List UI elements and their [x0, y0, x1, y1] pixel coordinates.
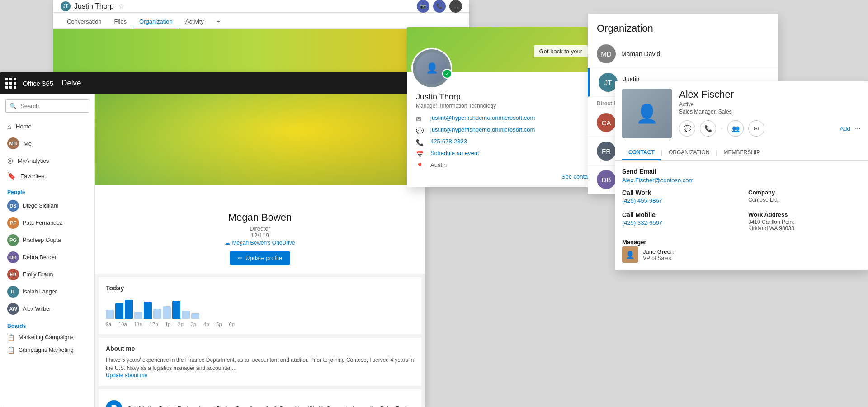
update-profile-button[interactable]: ✏ Update profile	[230, 251, 290, 265]
bar-1	[106, 310, 114, 319]
alex-tabs: CONTACT | ORGANIZATION | MEMBERSHIP	[615, 146, 868, 161]
justin-popup-avatar: 👤	[411, 48, 452, 89]
justin-more-icon[interactable]: ...	[449, 0, 462, 13]
sidebar-person-emily[interactable]: EB Emily Braun	[0, 266, 94, 283]
alex-chat-button[interactable]: 💬	[679, 120, 695, 137]
schedule-label[interactable]: Schedule an event	[430, 150, 479, 156]
alex-card: 👤 Alex Fischer Active Sales Manager, Sal…	[615, 81, 868, 270]
sidebar-home-label: Home	[16, 123, 32, 130]
sidebar-item-me[interactable]: MB Me	[0, 134, 94, 153]
avatar-alex: AW	[7, 303, 19, 315]
justin-star-icon[interactable]: ☆	[118, 3, 124, 10]
today-section: Today 9a 10a 11a 12p	[99, 277, 421, 334]
sidebar-search-box[interactable]: 🔍	[5, 99, 89, 113]
tab-organization[interactable]: Organization	[133, 15, 179, 28]
search-input[interactable]	[20, 103, 85, 109]
sidebar-analytics-label: MyAnalytics	[18, 157, 49, 164]
chat-icon: 💬	[416, 127, 425, 134]
sidebar-board-marketing[interactable]: 📋 Marketing Campaigns	[0, 331, 94, 344]
delve-title: Delve	[61, 79, 81, 88]
email-row-1: ✉ justint@hyperfishdemo.onmicrosoft.com	[416, 114, 615, 123]
alex-name: Alex Fischer	[679, 89, 861, 100]
add-button[interactable]: Add	[840, 125, 850, 132]
justin-video-icon[interactable]: 📷	[417, 0, 429, 13]
alex-body: Send Email Alex.Fischer@contoso.com Call…	[615, 161, 868, 270]
pencil-icon: ✏	[238, 255, 243, 261]
tab-organization[interactable]: ORGANIZATION	[662, 146, 716, 160]
avatar-pradeep: PG	[7, 234, 19, 246]
email-1[interactable]: justint@hyperfishdemo.onmicrosoft.com	[430, 114, 535, 121]
sidebar-item-favorites[interactable]: 🔖 Favorites	[0, 168, 94, 184]
email-2[interactable]: justint@hyperfishdemo.onmicrosoft.com	[430, 126, 535, 133]
sidebar-item-myanalytics[interactable]: ◎ MyAnalytics	[0, 153, 94, 168]
tab-conversation[interactable]: Conversation	[61, 15, 108, 28]
profile-title: Director 12/119	[104, 225, 416, 239]
bar-2	[115, 303, 123, 319]
alex-email[interactable]: Alex.Fischer@contoso.com	[622, 177, 861, 184]
doc-title: Chief Author Budget Review, Annual Revie…	[127, 405, 413, 407]
sidebar-person-isaiah[interactable]: IL Isaiah Langer	[0, 283, 94, 300]
about-section: About me I have 5 years' experience in t…	[99, 338, 421, 386]
sidebar-person-diego[interactable]: DS Diego Siciliani	[0, 197, 94, 214]
org-person-maman[interactable]: MD Maman David	[588, 40, 778, 68]
location-row: 📍 Austin	[416, 161, 615, 170]
justin-call-icon[interactable]: 📞	[433, 0, 446, 13]
justin-avatar-face: 👤	[416, 52, 448, 84]
call-mobile-section: Call Mobile (425) 332-6567	[622, 211, 735, 232]
justin-avatar: JT	[61, 1, 71, 11]
org-avatar-berger: DB	[597, 170, 616, 189]
alex-email-button[interactable]: ✉	[748, 120, 764, 137]
sidebar-me-label: Me	[24, 140, 32, 147]
tab-contact[interactable]: CONTACT	[622, 146, 661, 160]
manager-row[interactable]: 👤 Jane Green VP of Sales	[622, 246, 861, 263]
home-icon: ⌂	[7, 123, 11, 130]
alex-header: 👤 Alex Fischer Active Sales Manager, Sal…	[615, 81, 868, 146]
location-icon: 📍	[416, 162, 425, 170]
sidebar-person-alex[interactable]: AW Alex Wilber	[0, 300, 94, 317]
schedule-times: 9a 10a 11a 12p 1p 2p 3p 4p 5p 6p	[106, 322, 414, 327]
alex-role: Sales Manager, Sales	[679, 109, 861, 115]
address-line2: Kirkland WA 98033	[748, 225, 861, 232]
waffle-icon[interactable]	[5, 78, 16, 89]
doc-item[interactable]: 📄 Chief Author Budget Review, Annual Rev…	[106, 397, 414, 407]
alex-meet-button[interactable]: 👥	[727, 120, 744, 137]
email-icon-1: ✉	[416, 115, 425, 123]
alex-face: 👤	[622, 89, 672, 138]
phone-num[interactable]: 425-678-2323	[430, 138, 467, 145]
tab-files[interactable]: Files	[108, 15, 133, 28]
verified-badge: ✓	[442, 69, 452, 79]
more-button[interactable]: ···	[855, 124, 861, 133]
org-name-maman: Maman David	[621, 50, 660, 57]
call-mobile-num[interactable]: (425) 332-6567	[622, 219, 735, 226]
avatar-patti: PF	[7, 217, 19, 229]
sidebar-person-pradeep[interactable]: PG Pradeep Gupta	[0, 232, 94, 249]
org-avatar-frank: FR	[597, 142, 616, 161]
alex-call-button[interactable]: 📞	[700, 120, 716, 137]
manager-face: 👤	[622, 246, 638, 263]
alex-contacts-row: Call Work (425) 455-9867 Company Contoso…	[622, 189, 861, 204]
justin-tabs: Conversation Files Organization Activity…	[53, 13, 469, 29]
update-about-link[interactable]: Update about me	[106, 372, 414, 379]
tab-membership[interactable]: MEMBERSHIP	[717, 146, 766, 160]
bar-9	[182, 311, 190, 319]
tab-activity[interactable]: Activity	[179, 15, 210, 28]
sidebar-board-campaigns[interactable]: 📋 Campaigns Marketing	[0, 344, 94, 356]
sidebar-person-patti[interactable]: PF Patti Fernandez	[0, 214, 94, 232]
sidebar-item-home[interactable]: ⌂ Home	[0, 119, 94, 134]
about-text: I have 5 years' experience in the Financ…	[106, 356, 414, 372]
documents-section: 📄 Chief Author Budget Review, Annual Rev…	[99, 389, 421, 407]
bar-4	[134, 312, 142, 319]
avatar-diego: DS	[7, 200, 19, 212]
sidebar-person-debra[interactable]: DB Debra Berger	[0, 249, 94, 266]
justin-top-bar: JT Justin Thorp ☆ 📷 📞 ...	[53, 0, 469, 13]
address-line1: 3410 Carillon Point	[748, 219, 861, 225]
call-work-section: Call Work (425) 455-9867	[622, 189, 735, 204]
profile-onedrive[interactable]: ☁ Megan Bowen's OneDrive	[104, 240, 416, 246]
contact-popup-role: Manager, Information Technology	[416, 103, 615, 109]
tab-add[interactable]: +	[210, 15, 226, 28]
alex-address-row: Call Mobile (425) 332-6567 Work Address …	[622, 211, 861, 232]
call-work-num[interactable]: (425) 455-9867	[622, 197, 735, 204]
work-address-section: Work Address 3410 Carillon Point Kirklan…	[748, 211, 861, 232]
manager-avatar: 👤	[622, 246, 638, 263]
see-contact-details[interactable]: See contact details ›	[416, 173, 615, 180]
